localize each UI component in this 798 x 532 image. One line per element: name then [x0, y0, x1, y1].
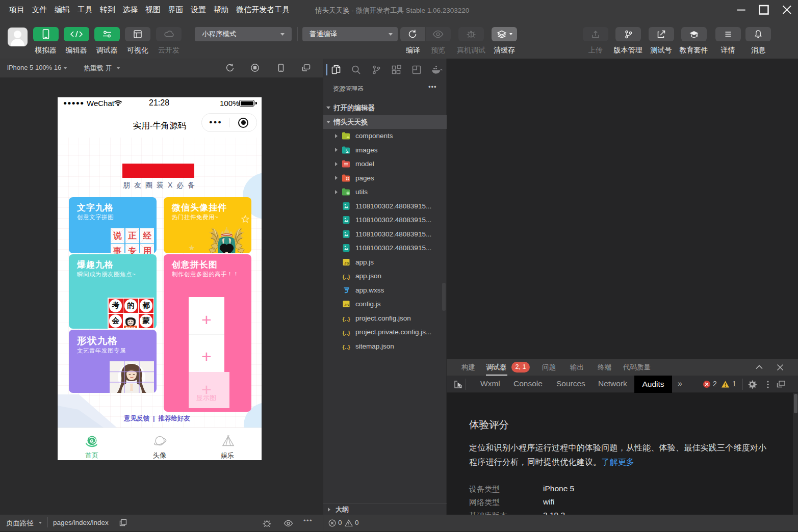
svg-text:JS: JS	[344, 260, 349, 265]
svg-text:{..}: {..}	[343, 315, 351, 322]
svg-text:{..}: {..}	[343, 274, 351, 280]
svg-text:JS: JS	[344, 303, 349, 307]
svg-text:{..}: {..}	[343, 343, 351, 350]
svg-text:{..}: {..}	[343, 330, 351, 336]
